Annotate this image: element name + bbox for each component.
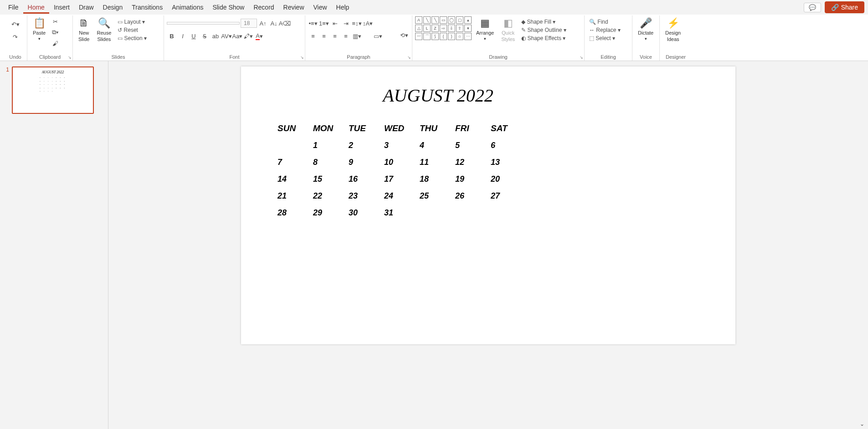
strike-button[interactable]: S̶ xyxy=(200,31,210,41)
shape-brace-icon[interactable]: { xyxy=(440,33,447,40)
format-painter-button[interactable]: 🖌 xyxy=(50,38,60,48)
tab-home[interactable]: Home xyxy=(23,1,49,14)
calendar-cell: 25 xyxy=(420,188,455,204)
shape-curve1-icon[interactable]: 〰 xyxy=(415,33,422,40)
new-slide-button[interactable]: 🗎 New Slide xyxy=(76,16,92,43)
shape-curve2-icon[interactable]: ⌒ xyxy=(423,33,431,40)
line-spacing-button[interactable]: ≡↕▾ xyxy=(352,18,362,28)
layout-button[interactable]: ▭ Layout ▾ xyxy=(116,18,149,26)
bold-button[interactable]: B xyxy=(167,31,177,41)
smartart-button[interactable]: ⟲▾ xyxy=(399,30,409,40)
shadow-button[interactable]: ab xyxy=(211,31,221,41)
shape-tri-icon[interactable]: △ xyxy=(415,25,422,32)
shape-l-icon[interactable]: L xyxy=(423,25,431,32)
align-text-button[interactable]: ▭▾ xyxy=(373,31,383,41)
dictate-button[interactable]: 🎤 Dictate ▾ xyxy=(635,16,656,42)
reset-button[interactable]: ↺ Reset xyxy=(116,26,149,34)
calendar-cell: 1 xyxy=(313,137,349,154)
shape-line2-icon[interactable]: ╲ xyxy=(431,16,439,24)
group-designer: ⚡ Design Ideas Designer xyxy=(660,15,692,61)
comments-button[interactable]: 💬 xyxy=(804,3,821,12)
replace-button[interactable]: ↔ Replace ▾ xyxy=(587,26,622,34)
justify-button[interactable]: ≡ xyxy=(341,31,351,41)
font-launcher[interactable]: ↘ xyxy=(300,55,304,60)
shape-roundrect-icon[interactable]: ▢ xyxy=(456,16,463,24)
group-voice-label: Voice xyxy=(632,54,659,60)
numbering-button[interactable]: 1≡▾ xyxy=(319,18,329,28)
slide-canvas-area[interactable]: AUGUST 2022 SUN MON TUE WED THU FRI SAT … xyxy=(108,61,868,429)
calendar[interactable]: SUN MON TUE WED THU FRI SAT 123456789101… xyxy=(277,120,699,221)
shape-brace2-icon[interactable]: } xyxy=(448,33,455,40)
shape-z-icon[interactable]: Z xyxy=(431,25,439,32)
tab-record[interactable]: Record xyxy=(249,1,278,14)
ideas-label: Design Ideas xyxy=(665,30,681,42)
shape-oval-icon[interactable]: ◯ xyxy=(448,16,455,24)
share-button[interactable]: 🔗 Share xyxy=(825,1,864,13)
shape-line-icon[interactable]: ╲ xyxy=(423,16,431,24)
clipboard-launcher[interactable]: ↘ xyxy=(68,55,72,60)
shape-rect-icon[interactable]: ▭ xyxy=(440,16,447,24)
tab-insert[interactable]: Insert xyxy=(49,1,74,14)
calendar-cell: 28 xyxy=(277,204,313,221)
arrange-button[interactable]: ▦ Arrange ▾ xyxy=(473,16,497,42)
calendar-cell: 17 xyxy=(384,171,420,188)
slide-title[interactable]: AUGUST 2022 xyxy=(177,85,699,106)
tab-animations[interactable]: Animations xyxy=(167,1,208,14)
shape-up-icon[interactable]: ⇧ xyxy=(456,25,463,32)
shape-arc-icon[interactable]: ⟆ xyxy=(431,33,439,40)
design-ideas-button[interactable]: ⚡ Design Ideas xyxy=(663,16,683,43)
tab-design[interactable]: Design xyxy=(98,1,128,14)
slide[interactable]: AUGUST 2022 SUN MON TUE WED THU FRI SAT … xyxy=(241,66,735,344)
drawing-launcher[interactable]: ↘ xyxy=(580,55,583,60)
italic-button[interactable]: I xyxy=(178,31,188,41)
clear-format-button[interactable]: A⌫ xyxy=(280,18,290,28)
collapse-ribbon-button[interactable]: ⌄ xyxy=(860,421,864,427)
highlight-button[interactable]: 🖍▾ xyxy=(243,31,253,41)
paragraph-launcher[interactable]: ↘ xyxy=(407,55,411,60)
calendar-cell: 22 xyxy=(313,188,349,204)
tab-file[interactable]: File xyxy=(4,1,23,14)
tab-review[interactable]: Review xyxy=(279,1,309,14)
align-center-button[interactable]: ≡ xyxy=(319,31,329,41)
section-button[interactable]: ▭ Section ▾ xyxy=(116,35,149,42)
shape-star-icon[interactable]: ☆ xyxy=(456,33,463,40)
redo-button[interactable]: ↷ xyxy=(10,32,21,42)
columns-button[interactable]: ▥▾ xyxy=(352,31,362,41)
decrease-font-button[interactable]: A↓ xyxy=(269,18,279,28)
find-button[interactable]: 🔍 Find xyxy=(587,18,622,26)
copy-button[interactable]: ⧉▾ xyxy=(50,27,60,37)
increase-font-button[interactable]: A↑ xyxy=(258,18,268,28)
tab-view[interactable]: View xyxy=(309,1,332,14)
char-spacing-button[interactable]: AV▾ xyxy=(221,31,231,41)
shape-arrow-icon[interactable]: ⇨ xyxy=(440,25,447,32)
shape-dn-icon[interactable]: ⇩ xyxy=(448,25,455,32)
change-case-button[interactable]: Aa▾ xyxy=(232,31,242,41)
bullets-button[interactable]: •≡▾ xyxy=(308,18,318,28)
paste-button[interactable]: 📋 Paste ▾ xyxy=(30,16,48,42)
shape-textbox-icon[interactable]: A xyxy=(415,16,422,24)
thumb-title: AUGUST 2022 xyxy=(42,70,64,74)
shape-nav-dn-icon[interactable]: ▾ xyxy=(464,25,472,32)
increase-indent-button[interactable]: ⇥ xyxy=(341,18,351,28)
tab-help[interactable]: Help xyxy=(332,1,354,14)
font-size-select[interactable]: 18 xyxy=(241,19,257,28)
select-button[interactable]: ⬚ Select ▾ xyxy=(587,35,622,42)
reuse-slides-button[interactable]: 🔍 Reuse Slides xyxy=(94,16,114,43)
font-color-button[interactable]: A▾ xyxy=(254,31,264,41)
tab-slideshow[interactable]: Slide Show xyxy=(208,1,249,14)
underline-button[interactable]: U xyxy=(189,31,199,41)
align-left-button[interactable]: ≡ xyxy=(308,31,318,41)
tab-transitions[interactable]: Transitions xyxy=(127,1,167,14)
shapes-gallery[interactable]: A╲╲▭◯▢▴ △LZ⇨⇩⇧▾ 〰⌒⟆{}☆⋯ xyxy=(415,16,472,40)
tab-draw[interactable]: Draw xyxy=(74,1,98,14)
text-direction-button[interactable]: ↕A▾ xyxy=(363,18,373,28)
slide-thumbnail-1[interactable]: AUGUST 2022 - - - - - - -- - - - - - -- … xyxy=(12,66,94,114)
shape-more-icon[interactable]: ⋯ xyxy=(464,33,472,40)
cut-button[interactable]: ✂ xyxy=(50,16,60,26)
calendar-cell: 27 xyxy=(491,188,526,204)
undo-button[interactable]: ↶▾ xyxy=(10,19,21,29)
align-right-button[interactable]: ≡ xyxy=(330,31,340,41)
shape-nav-up-icon[interactable]: ▴ xyxy=(464,16,472,24)
font-name-select[interactable] xyxy=(167,22,240,25)
decrease-indent-button[interactable]: ⇤ xyxy=(330,18,340,28)
